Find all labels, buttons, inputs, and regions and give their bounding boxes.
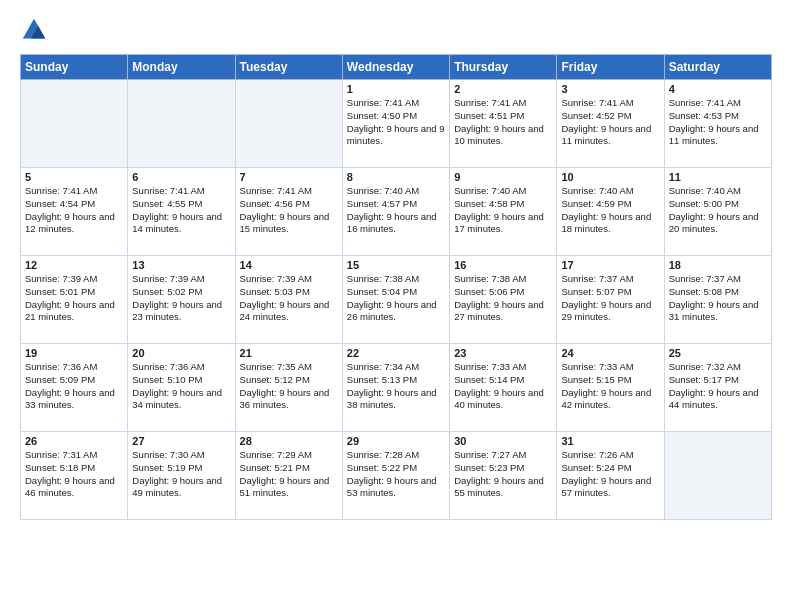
day-number: 18 xyxy=(669,259,767,271)
day-number: 3 xyxy=(561,83,659,95)
day-cell: 2Sunrise: 7:41 AM Sunset: 4:51 PM Daylig… xyxy=(450,80,557,168)
day-cell: 5Sunrise: 7:41 AM Sunset: 4:54 PM Daylig… xyxy=(21,168,128,256)
day-number: 28 xyxy=(240,435,338,447)
day-number: 15 xyxy=(347,259,445,271)
day-info: Sunrise: 7:40 AM Sunset: 4:58 PM Dayligh… xyxy=(454,185,552,236)
day-info: Sunrise: 7:35 AM Sunset: 5:12 PM Dayligh… xyxy=(240,361,338,412)
weekday-header-friday: Friday xyxy=(557,55,664,80)
day-cell: 4Sunrise: 7:41 AM Sunset: 4:53 PM Daylig… xyxy=(664,80,771,168)
day-cell: 23Sunrise: 7:33 AM Sunset: 5:14 PM Dayli… xyxy=(450,344,557,432)
day-number: 19 xyxy=(25,347,123,359)
day-info: Sunrise: 7:41 AM Sunset: 4:54 PM Dayligh… xyxy=(25,185,123,236)
weekday-header-monday: Monday xyxy=(128,55,235,80)
weekday-header-wednesday: Wednesday xyxy=(342,55,449,80)
day-cell: 28Sunrise: 7:29 AM Sunset: 5:21 PM Dayli… xyxy=(235,432,342,520)
day-number: 22 xyxy=(347,347,445,359)
day-cell: 15Sunrise: 7:38 AM Sunset: 5:04 PM Dayli… xyxy=(342,256,449,344)
day-cell: 30Sunrise: 7:27 AM Sunset: 5:23 PM Dayli… xyxy=(450,432,557,520)
day-cell: 20Sunrise: 7:36 AM Sunset: 5:10 PM Dayli… xyxy=(128,344,235,432)
weekday-header-sunday: Sunday xyxy=(21,55,128,80)
day-info: Sunrise: 7:27 AM Sunset: 5:23 PM Dayligh… xyxy=(454,449,552,500)
calendar-table: SundayMondayTuesdayWednesdayThursdayFrid… xyxy=(20,54,772,520)
day-info: Sunrise: 7:41 AM Sunset: 4:51 PM Dayligh… xyxy=(454,97,552,148)
day-cell xyxy=(664,432,771,520)
day-cell: 27Sunrise: 7:30 AM Sunset: 5:19 PM Dayli… xyxy=(128,432,235,520)
day-number: 16 xyxy=(454,259,552,271)
weekday-header-saturday: Saturday xyxy=(664,55,771,80)
day-cell: 25Sunrise: 7:32 AM Sunset: 5:17 PM Dayli… xyxy=(664,344,771,432)
day-number: 4 xyxy=(669,83,767,95)
day-number: 26 xyxy=(25,435,123,447)
day-number: 9 xyxy=(454,171,552,183)
day-cell xyxy=(128,80,235,168)
week-row-4: 19Sunrise: 7:36 AM Sunset: 5:09 PM Dayli… xyxy=(21,344,772,432)
day-info: Sunrise: 7:41 AM Sunset: 4:56 PM Dayligh… xyxy=(240,185,338,236)
day-cell: 31Sunrise: 7:26 AM Sunset: 5:24 PM Dayli… xyxy=(557,432,664,520)
week-row-2: 5Sunrise: 7:41 AM Sunset: 4:54 PM Daylig… xyxy=(21,168,772,256)
day-info: Sunrise: 7:31 AM Sunset: 5:18 PM Dayligh… xyxy=(25,449,123,500)
day-cell xyxy=(21,80,128,168)
day-info: Sunrise: 7:28 AM Sunset: 5:22 PM Dayligh… xyxy=(347,449,445,500)
day-cell: 8Sunrise: 7:40 AM Sunset: 4:57 PM Daylig… xyxy=(342,168,449,256)
day-cell: 10Sunrise: 7:40 AM Sunset: 4:59 PM Dayli… xyxy=(557,168,664,256)
day-cell: 26Sunrise: 7:31 AM Sunset: 5:18 PM Dayli… xyxy=(21,432,128,520)
day-cell: 12Sunrise: 7:39 AM Sunset: 5:01 PM Dayli… xyxy=(21,256,128,344)
day-number: 17 xyxy=(561,259,659,271)
day-cell: 1Sunrise: 7:41 AM Sunset: 4:50 PM Daylig… xyxy=(342,80,449,168)
week-row-5: 26Sunrise: 7:31 AM Sunset: 5:18 PM Dayli… xyxy=(21,432,772,520)
day-number: 12 xyxy=(25,259,123,271)
day-info: Sunrise: 7:37 AM Sunset: 5:07 PM Dayligh… xyxy=(561,273,659,324)
day-number: 2 xyxy=(454,83,552,95)
day-number: 27 xyxy=(132,435,230,447)
day-number: 20 xyxy=(132,347,230,359)
day-info: Sunrise: 7:40 AM Sunset: 4:57 PM Dayligh… xyxy=(347,185,445,236)
day-info: Sunrise: 7:36 AM Sunset: 5:09 PM Dayligh… xyxy=(25,361,123,412)
day-cell: 9Sunrise: 7:40 AM Sunset: 4:58 PM Daylig… xyxy=(450,168,557,256)
day-info: Sunrise: 7:41 AM Sunset: 4:50 PM Dayligh… xyxy=(347,97,445,148)
day-cell: 22Sunrise: 7:34 AM Sunset: 5:13 PM Dayli… xyxy=(342,344,449,432)
day-info: Sunrise: 7:37 AM Sunset: 5:08 PM Dayligh… xyxy=(669,273,767,324)
day-info: Sunrise: 7:36 AM Sunset: 5:10 PM Dayligh… xyxy=(132,361,230,412)
logo xyxy=(20,16,52,44)
weekday-header-row: SundayMondayTuesdayWednesdayThursdayFrid… xyxy=(21,55,772,80)
day-info: Sunrise: 7:41 AM Sunset: 4:53 PM Dayligh… xyxy=(669,97,767,148)
day-cell: 18Sunrise: 7:37 AM Sunset: 5:08 PM Dayli… xyxy=(664,256,771,344)
day-number: 29 xyxy=(347,435,445,447)
day-info: Sunrise: 7:39 AM Sunset: 5:01 PM Dayligh… xyxy=(25,273,123,324)
day-number: 21 xyxy=(240,347,338,359)
day-info: Sunrise: 7:29 AM Sunset: 5:21 PM Dayligh… xyxy=(240,449,338,500)
day-info: Sunrise: 7:40 AM Sunset: 5:00 PM Dayligh… xyxy=(669,185,767,236)
week-row-1: 1Sunrise: 7:41 AM Sunset: 4:50 PM Daylig… xyxy=(21,80,772,168)
day-number: 31 xyxy=(561,435,659,447)
day-cell: 11Sunrise: 7:40 AM Sunset: 5:00 PM Dayli… xyxy=(664,168,771,256)
day-cell: 3Sunrise: 7:41 AM Sunset: 4:52 PM Daylig… xyxy=(557,80,664,168)
day-cell: 19Sunrise: 7:36 AM Sunset: 5:09 PM Dayli… xyxy=(21,344,128,432)
week-row-3: 12Sunrise: 7:39 AM Sunset: 5:01 PM Dayli… xyxy=(21,256,772,344)
logo-icon xyxy=(20,16,48,44)
day-cell: 21Sunrise: 7:35 AM Sunset: 5:12 PM Dayli… xyxy=(235,344,342,432)
weekday-header-thursday: Thursday xyxy=(450,55,557,80)
day-info: Sunrise: 7:39 AM Sunset: 5:03 PM Dayligh… xyxy=(240,273,338,324)
day-number: 5 xyxy=(25,171,123,183)
day-number: 25 xyxy=(669,347,767,359)
day-cell: 6Sunrise: 7:41 AM Sunset: 4:55 PM Daylig… xyxy=(128,168,235,256)
day-number: 13 xyxy=(132,259,230,271)
day-cell: 14Sunrise: 7:39 AM Sunset: 5:03 PM Dayli… xyxy=(235,256,342,344)
day-number: 6 xyxy=(132,171,230,183)
day-info: Sunrise: 7:38 AM Sunset: 5:04 PM Dayligh… xyxy=(347,273,445,324)
day-info: Sunrise: 7:34 AM Sunset: 5:13 PM Dayligh… xyxy=(347,361,445,412)
day-info: Sunrise: 7:33 AM Sunset: 5:14 PM Dayligh… xyxy=(454,361,552,412)
header xyxy=(20,16,772,44)
day-info: Sunrise: 7:32 AM Sunset: 5:17 PM Dayligh… xyxy=(669,361,767,412)
day-number: 1 xyxy=(347,83,445,95)
day-info: Sunrise: 7:33 AM Sunset: 5:15 PM Dayligh… xyxy=(561,361,659,412)
day-number: 14 xyxy=(240,259,338,271)
day-info: Sunrise: 7:30 AM Sunset: 5:19 PM Dayligh… xyxy=(132,449,230,500)
day-number: 30 xyxy=(454,435,552,447)
day-cell xyxy=(235,80,342,168)
day-number: 24 xyxy=(561,347,659,359)
day-cell: 24Sunrise: 7:33 AM Sunset: 5:15 PM Dayli… xyxy=(557,344,664,432)
day-number: 10 xyxy=(561,171,659,183)
day-number: 23 xyxy=(454,347,552,359)
day-cell: 16Sunrise: 7:38 AM Sunset: 5:06 PM Dayli… xyxy=(450,256,557,344)
